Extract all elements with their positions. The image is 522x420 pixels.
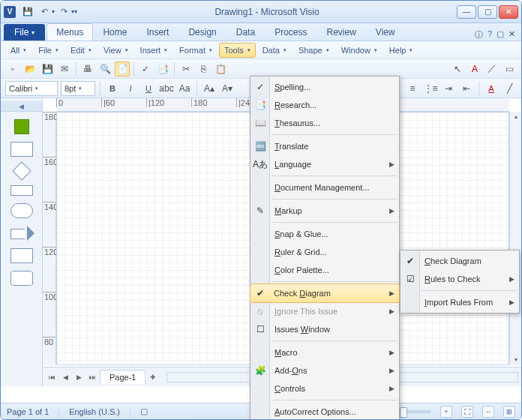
menu-view[interactable]: View: [98, 43, 134, 58]
spelling-icon[interactable]: ✓: [138, 62, 153, 76]
tools-item-document-management[interactable]: Document Management...: [250, 178, 399, 196]
shape-arrow[interactable]: [10, 226, 33, 241]
new-page-icon[interactable]: ✚: [147, 371, 159, 383]
paste-icon[interactable]: 📋: [213, 62, 228, 76]
tools-item-controls[interactable]: Controls▶: [250, 380, 399, 398]
check-item-check-diagram[interactable]: ✔Check Diagram: [400, 252, 519, 270]
font-name-combo[interactable]: Calibri: [5, 81, 58, 96]
line-tool-icon[interactable]: ╱: [502, 81, 517, 96]
outdent-icon[interactable]: ⇤: [459, 81, 474, 96]
ribbon-tab-view[interactable]: View: [366, 23, 405, 40]
pan-zoom-icon[interactable]: ⊞: [503, 406, 515, 418]
redo-icon[interactable]: ↷: [56, 4, 71, 20]
print-icon[interactable]: 🖶: [80, 62, 95, 76]
tools-item-markup[interactable]: ✎Markup▶: [250, 202, 399, 220]
cut-icon[interactable]: ✂: [178, 62, 194, 76]
open-icon[interactable]: 📂: [22, 62, 38, 76]
tools-item-language[interactable]: AあLanguage▶: [250, 155, 399, 173]
minimize-button[interactable]: —: [457, 5, 476, 19]
underline-icon[interactable]: U: [141, 81, 156, 96]
tools-item-color-palette[interactable]: Color Palette...: [250, 261, 399, 279]
menu-tools[interactable]: Tools: [219, 43, 256, 58]
fit-page-icon[interactable]: ⛶: [461, 406, 473, 418]
tools-item-research[interactable]: 📑Research...: [250, 96, 399, 114]
check-item-rules-to-check[interactable]: ☑Rules to Check▶: [400, 270, 519, 288]
record-macro-icon[interactable]: ▢: [140, 406, 148, 416]
mail-icon[interactable]: ✉: [57, 62, 72, 76]
ribbon-tab-home[interactable]: Home: [93, 23, 136, 40]
help-icon[interactable]: ?: [488, 29, 492, 40]
tools-item-thesaurus[interactable]: 📖Thesaurus...: [250, 114, 399, 132]
zoom-in-icon[interactable]: +: [440, 406, 452, 418]
indent-icon[interactable]: ⇥: [441, 81, 456, 96]
page-next-icon[interactable]: ▶: [73, 371, 85, 383]
strike-icon[interactable]: abc: [159, 81, 174, 96]
close-document-icon[interactable]: ✕: [508, 29, 515, 40]
shape-rectangle[interactable]: [10, 142, 33, 157]
ribbon-tab-menus[interactable]: Menus: [46, 23, 93, 40]
shape-bar[interactable]: [10, 185, 33, 196]
shape-rounded[interactable]: [10, 203, 33, 218]
tools-item-issues-window[interactable]: ☐Issues Window: [250, 320, 399, 338]
maximize-button[interactable]: ▢: [478, 5, 497, 19]
text-color-icon[interactable]: A: [467, 62, 482, 76]
line-icon[interactable]: ／: [484, 62, 500, 76]
italic-icon[interactable]: I: [123, 81, 138, 96]
font-size-combo[interactable]: 8pt: [61, 81, 95, 96]
ribbon-tab-data[interactable]: Data: [226, 23, 265, 40]
check-item-import-rules-from[interactable]: Import Rules From▶: [400, 293, 519, 311]
ribbon-tab-process[interactable]: Process: [265, 23, 316, 40]
page-first-icon[interactable]: ⏮: [46, 371, 58, 383]
menu-all[interactable]: All: [5, 43, 32, 58]
tools-item-macro[interactable]: Macro▶: [250, 344, 399, 362]
ribbon-tab-design[interactable]: Design: [178, 23, 226, 40]
copy-icon[interactable]: ⎘: [196, 62, 211, 76]
tools-item-check-diagram[interactable]: ✔Check Diagram▶: [250, 284, 400, 303]
menu-insert[interactable]: Insert: [135, 43, 173, 58]
menu-shape[interactable]: Shape: [293, 43, 334, 58]
tools-item-translate[interactable]: 🔤Translate: [250, 137, 399, 155]
shapes-collapse-icon[interactable]: ◀: [1, 101, 42, 112]
page-prev-icon[interactable]: ◀: [59, 371, 71, 383]
tools-item-spelling[interactable]: ✓Spelling...: [250, 78, 399, 96]
restore-window-icon[interactable]: ▢: [496, 29, 504, 40]
tools-item-snap-glue[interactable]: Snap & Glue...: [250, 225, 399, 243]
tools-item-add-ons[interactable]: 🧩Add-Ons▶: [250, 362, 399, 380]
preview-icon[interactable]: 🔍: [98, 62, 112, 76]
menu-file[interactable]: File: [33, 43, 64, 58]
save-icon[interactable]: 💾: [40, 62, 55, 76]
menu-format[interactable]: Format: [174, 43, 218, 58]
pointer-icon[interactable]: ↖: [450, 62, 465, 76]
grow-font-icon[interactable]: A▴: [202, 81, 217, 96]
research-icon[interactable]: 📑: [155, 62, 170, 76]
undo-icon[interactable]: ↶: [37, 4, 52, 20]
tools-item-autocorrect-options[interactable]: AutoCorrect Options...: [250, 403, 399, 420]
font-color-icon[interactable]: A: [484, 81, 499, 96]
menu-data[interactable]: Data: [257, 43, 292, 58]
fit-width-icon[interactable]: ↔: [482, 406, 494, 418]
minimize-ribbon-icon[interactable]: ⓘ: [475, 29, 483, 40]
shape-square[interactable]: [10, 248, 33, 263]
page-last-icon[interactable]: ⏭: [86, 371, 98, 383]
tools-item-ruler-grid[interactable]: Ruler & Grid...: [250, 243, 399, 261]
shape-cylinder[interactable]: [10, 271, 33, 286]
save-icon[interactable]: 💾: [20, 4, 35, 20]
ribbon-tab-insert[interactable]: Insert: [136, 23, 178, 40]
menu-help[interactable]: Help: [384, 43, 418, 58]
bold-icon[interactable]: B: [105, 81, 120, 96]
status-language[interactable]: English (U.S.): [69, 407, 120, 416]
align-left-icon[interactable]: ≡: [405, 81, 420, 96]
shrink-font-icon[interactable]: A▾: [220, 81, 235, 96]
page-icon[interactable]: 📄: [115, 62, 130, 76]
close-button[interactable]: ✕: [499, 5, 518, 19]
new-icon[interactable]: ▫: [5, 62, 20, 76]
bullets-icon[interactable]: ⋮≡: [423, 81, 438, 96]
vertical-scrollbar[interactable]: [509, 112, 521, 365]
menu-window[interactable]: Window: [336, 43, 382, 58]
shape-diamond[interactable]: [12, 161, 31, 180]
shapes-stencil-icon[interactable]: [14, 119, 29, 134]
page-tab-1[interactable]: Page-1: [100, 370, 146, 384]
file-tab[interactable]: File: [4, 24, 45, 40]
menu-edit[interactable]: Edit: [65, 43, 97, 58]
ribbon-tab-review[interactable]: Review: [316, 23, 365, 40]
